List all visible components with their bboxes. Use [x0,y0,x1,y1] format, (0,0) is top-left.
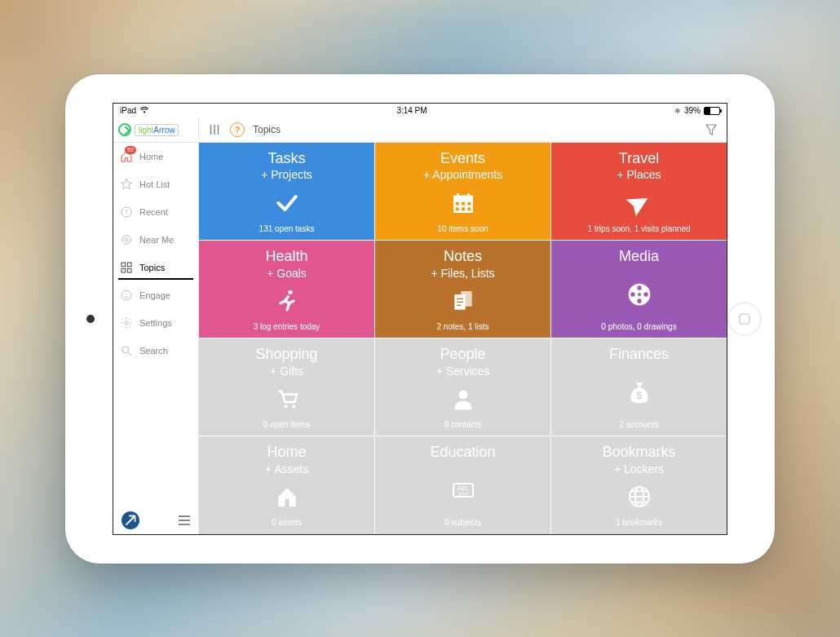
tile-status: 2 notes, 1 lists [437,322,489,331]
tile-education[interactable]: Education ABCx+y 0 subjects [375,436,550,533]
footer-logo-icon[interactable] [122,511,139,529]
tile-status: 0 subjects [444,518,481,527]
tile-status: 0 assets [272,518,302,527]
film-reel-icon [626,281,652,307]
svg-point-21 [288,290,292,294]
tile-people[interactable]: People + Services 0 contacts [375,338,550,436]
tile-media[interactable]: Media 0 photos, 0 drawings [551,241,727,338]
calendar-icon [450,190,476,216]
menu-icon[interactable] [179,515,190,525]
toolbar-title: Topics [253,124,281,135]
svg-rect-6 [122,268,126,272]
tile-title: Travel [617,151,661,167]
sidebar-label-topics: Topics [139,263,165,272]
svg-rect-7 [127,268,131,272]
topics-grid: Tasks + Projects 131 open tasks Events +… [199,143,727,534]
sidebar: lightArrow 92 Home H [113,118,199,534]
svg-point-3 [125,238,128,241]
tile-title: Home [265,445,308,461]
svg-point-29 [638,293,641,296]
tile-status: 3 log entries today [254,322,321,331]
tile-title: Education [430,445,495,461]
sidebar-item-home[interactable]: 92 Home [113,143,198,170]
bluetooth-icon: ✱ [674,107,681,115]
screen: iPad 3:14 PM ✱ 39% lightArrow [113,103,727,535]
tile-title: Tasks [261,151,312,167]
gear-icon [120,316,133,330]
tile-subtitle: + Appointments [423,168,502,181]
home-button[interactable] [727,302,762,336]
sidebar-item-topics[interactable]: Topics [113,254,198,281]
target-icon [120,233,133,246]
sidebar-label-nearme: Near Me [139,235,174,245]
documents-icon [450,288,476,314]
svg-point-30 [284,405,287,408]
sidebar-item-settings[interactable]: Settings [113,309,198,337]
svg-point-9 [124,294,125,294]
tile-title: Finances [609,347,669,363]
tile-title: Notes [431,249,494,265]
ipad-frame: iPad 3:14 PM ✱ 39% lightArrow [65,74,775,564]
home-badge: 92 [125,146,136,154]
svg-point-8 [122,290,131,300]
brand[interactable]: lightArrow [113,118,198,143]
tile-subtitle: + Projects [261,168,312,181]
svg-point-10 [127,294,128,294]
tile-title: Shopping [255,347,317,363]
battery-percent: 39% [684,106,701,115]
battery-icon [704,107,720,115]
help-icon[interactable]: ? [230,122,245,137]
camera-dot [86,315,95,323]
sidebar-item-search[interactable]: Search [113,337,198,365]
svg-rect-17 [467,201,471,205]
sidebar-label-hotlist: Hot List [139,179,170,189]
sidebar-label-search: Search [139,346,168,356]
tile-shopping[interactable]: Shopping + Gifts 0 open items [199,338,374,436]
sidebar-item-recent[interactable]: Recent [113,198,198,226]
tile-subtitle: + Goals [265,267,307,280]
sidebar-item-nearme[interactable]: Near Me [113,226,198,254]
tile-health[interactable]: Health + Goals 3 log entries today [199,241,374,338]
status-time: 3:14 PM [396,106,427,115]
tile-home[interactable]: Home + Assets 0 assets [199,436,374,533]
toolbar: ? Topics [199,118,727,143]
person-icon [450,386,476,412]
svg-point-2 [122,235,131,244]
filter-icon[interactable] [704,122,718,137]
svg-text:x+y: x+y [458,491,467,498]
columns-icon[interactable] [207,122,222,137]
tile-tasks[interactable]: Tasks + Projects 131 open tasks [199,143,374,240]
svg-point-25 [637,285,641,290]
status-bar: iPad 3:14 PM ✱ 39% [113,104,727,118]
search-icon [120,344,133,357]
svg-point-12 [122,346,129,352]
house-icon [274,484,300,510]
smile-icon [120,289,133,302]
main-panel: ? Topics Tasks + Projects [199,118,727,534]
globe-icon [626,484,652,510]
tile-bookmarks[interactable]: Bookmarks + Lockers 1 bookmarks [551,436,727,533]
sidebar-label-engage: Engage [139,290,170,300]
tile-status: 10 items soon [437,224,488,233]
sidebar-item-engage[interactable]: Engage [113,281,198,309]
moneybag-icon: $ [626,379,652,405]
runner-icon [274,288,300,314]
svg-point-32 [458,390,467,399]
svg-rect-15 [455,201,458,205]
tile-notes[interactable]: Notes + Files, Lists 2 notes, 1 lists [375,241,550,338]
tile-subtitle: + Services [436,365,490,378]
tile-subtitle: + Files, Lists [431,267,494,280]
tile-travel[interactable]: Travel + Places 1 trips soon, 1 visits p… [551,143,727,240]
sidebar-item-hotlist[interactable]: Hot List [113,170,198,198]
tile-events[interactable]: Events + Appointments 10 items soon [375,143,550,240]
svg-rect-20 [467,207,471,210]
svg-point-27 [637,299,641,303]
tile-finances[interactable]: Finances $ 2 accounts [551,338,727,436]
abc-icon: ABCx+y [450,477,476,503]
tile-title: People [436,347,490,363]
tile-title: Health [265,249,307,265]
tile-status: 131 open tasks [259,224,315,233]
tile-status: 2 accounts [619,420,658,429]
svg-point-31 [292,405,295,408]
svg-rect-34 [285,499,289,507]
